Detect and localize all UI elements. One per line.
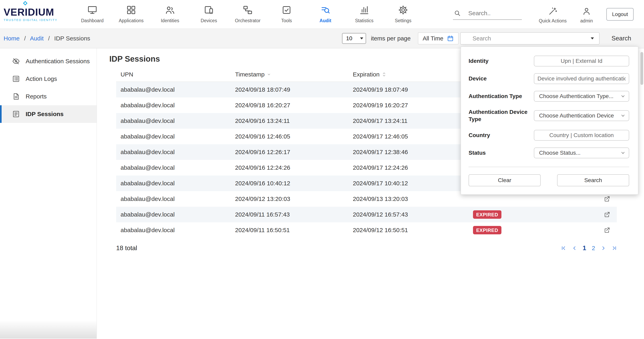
user-label: admin	[580, 18, 593, 24]
nav-item-devices[interactable]: Devices	[190, 0, 228, 28]
sidebar-item-label: Action Logs	[26, 75, 57, 82]
sidebar-item-idp-sessions[interactable]: IDP Sessions	[0, 105, 96, 123]
clear-button[interactable]: Clear	[468, 174, 541, 186]
top-navbar: VERIDIUM TRUSTED DIGITAL IDENTITY Dashbo…	[0, 0, 644, 29]
cell-actions	[598, 196, 617, 202]
brand-logo[interactable]: VERIDIUM TRUSTED DIGITAL IDENTITY	[0, 0, 71, 28]
filter-search-button[interactable]: Search	[557, 174, 629, 186]
table-footer: 18 total 1 2	[116, 244, 617, 252]
breadcrumb-audit-link[interactable]: Audit	[30, 35, 44, 42]
column-header-expiration[interactable]: Expiration	[353, 71, 473, 78]
column-header-upn[interactable]: UPN	[120, 71, 235, 78]
user-menu[interactable]: admin	[580, 5, 593, 24]
app-window: VERIDIUM TRUSTED DIGITAL IDENTITY Dashbo…	[0, 0, 644, 339]
scrollbar-thumb[interactable]	[640, 52, 643, 85]
sidebar-item-authentication-sessions[interactable]: Authentication Sessions	[0, 52, 96, 70]
filter-row-authentication-type: Authentication Type Choose Authenticatio…	[468, 91, 629, 102]
nav-label: Tools	[281, 18, 292, 23]
breadcrumb-toolbar: Home / Audit / IDP Sessions 10 items per…	[0, 29, 644, 48]
filter-row-status: Status Choose Status...	[468, 147, 629, 158]
sidebar-item-action-logs[interactable]: Action Logs	[0, 70, 96, 88]
cell-timestamp: 2024/09/16 13:24:11	[235, 117, 353, 124]
nav-label: Statistics	[355, 18, 374, 23]
identity-input[interactable]	[534, 56, 629, 66]
first-page-button[interactable]	[561, 246, 566, 251]
cell-expiration: 2024/09/17 12:38:46	[353, 149, 473, 155]
settings-gear-icon	[398, 5, 408, 15]
brand-tagline: TRUSTED DIGITAL IDENTITY	[4, 18, 71, 22]
chevron-down-icon	[621, 94, 625, 98]
global-search-input[interactable]	[461, 9, 521, 17]
select-caret-icon	[360, 37, 363, 39]
country-input[interactable]	[534, 130, 629, 141]
quick-actions-button[interactable]: Quick Actions	[539, 5, 566, 24]
next-page-button[interactable]	[601, 246, 606, 251]
page-number-1[interactable]: 1	[583, 244, 586, 252]
status-select[interactable]: Choose Status...	[534, 147, 629, 158]
cell-upn: ababalau@dev.local	[120, 133, 235, 140]
action-logs-icon	[12, 75, 20, 83]
cell-expiration: 2024/09/12 16:57:43	[353, 211, 473, 218]
sidebar-item-reports[interactable]: Reports	[0, 88, 96, 105]
nav-item-settings[interactable]: Settings	[384, 0, 422, 28]
nav-item-orchestrator[interactable]: Orchestrator	[228, 0, 267, 28]
cell-timestamp: 2024/09/18 16:20:27	[235, 102, 353, 109]
dropdown-caret-icon	[591, 37, 594, 39]
prev-page-button[interactable]	[572, 246, 577, 251]
brand-name: VERIDIUM	[4, 7, 71, 18]
nav-item-dashboard[interactable]: Dashboard	[73, 0, 112, 28]
sidebar-item-label: IDP Sessions	[26, 111, 64, 117]
table-search-button[interactable]: Search	[609, 34, 634, 42]
pagination: 1 2	[561, 244, 617, 252]
logout-button[interactable]: Logout	[606, 8, 634, 21]
cell-timestamp: 2024/09/12 13:20:03	[235, 196, 353, 202]
table-row: ababalau@dev.local 2024/09/11 16:50:51 2…	[116, 222, 617, 238]
nav-label: Orchestrator	[235, 18, 260, 23]
topbar-right-controls: Quick Actions admin Logout	[453, 0, 644, 28]
nav-label: Audit	[320, 18, 332, 23]
table-search-dropdown[interactable]: Search	[460, 32, 600, 45]
nav-label: Settings	[395, 18, 411, 23]
main-navigation: Dashboard Applications Identities Device…	[73, 0, 422, 28]
items-per-page-label: items per page	[371, 35, 410, 42]
table-row: ababalau@dev.local 2024/09/11 16:57:43 2…	[116, 207, 617, 222]
cell-timestamp: 2024/09/11 16:50:51	[235, 227, 353, 234]
time-filter-button[interactable]: All Time	[418, 32, 458, 44]
breadcrumb-home-link[interactable]: Home	[4, 35, 20, 42]
cell-expiration: 2024/09/13 13:20:03	[353, 196, 473, 202]
nav-item-applications[interactable]: Applications	[112, 0, 150, 28]
search-filter-panel: Identity Device Authentication Type Choo…	[460, 46, 638, 195]
sort-desc-icon	[267, 72, 271, 76]
quick-actions-label: Quick Actions	[539, 18, 566, 24]
filter-row-device: Device	[468, 73, 629, 84]
nav-item-identities[interactable]: Identities	[150, 0, 190, 28]
cell-timestamp: 2024/09/16 12:24:26	[235, 164, 353, 171]
magic-wand-icon	[548, 6, 557, 16]
dashboard-icon	[87, 5, 98, 15]
sidebar-item-label: Reports	[26, 93, 47, 100]
brand-diamond-icon	[23, 1, 28, 5]
device-input[interactable]	[534, 73, 629, 84]
column-header-timestamp[interactable]: Timestamp	[235, 71, 353, 78]
nav-item-statistics[interactable]: Statistics	[345, 0, 384, 28]
breadcrumb-separator: /	[24, 35, 26, 42]
authentication-type-select[interactable]: Choose Authentication Type...	[534, 91, 629, 102]
open-session-icon[interactable]	[604, 227, 610, 234]
search-icon	[454, 9, 461, 17]
nav-label: Devices	[201, 18, 217, 23]
reports-icon	[12, 92, 20, 100]
page-number-2[interactable]: 2	[592, 245, 595, 252]
open-session-icon[interactable]	[604, 196, 610, 202]
authentication-device-type-select[interactable]: Choose Authentication Device	[534, 110, 629, 121]
audit-icon	[320, 5, 330, 15]
last-page-button[interactable]	[612, 246, 617, 251]
chevron-down-icon	[621, 151, 625, 155]
items-per-page-select[interactable]: 10	[342, 33, 366, 44]
open-session-icon[interactable]	[604, 211, 610, 218]
nav-item-audit[interactable]: Audit	[306, 0, 345, 28]
filter-row-country: Country	[468, 130, 629, 141]
cell-expiration: 2024/09/19 18:07:49	[353, 86, 473, 93]
cell-upn: ababalau@dev.local	[120, 86, 235, 93]
filter-row-identity: Identity	[468, 56, 629, 66]
nav-item-tools[interactable]: Tools	[267, 0, 306, 28]
